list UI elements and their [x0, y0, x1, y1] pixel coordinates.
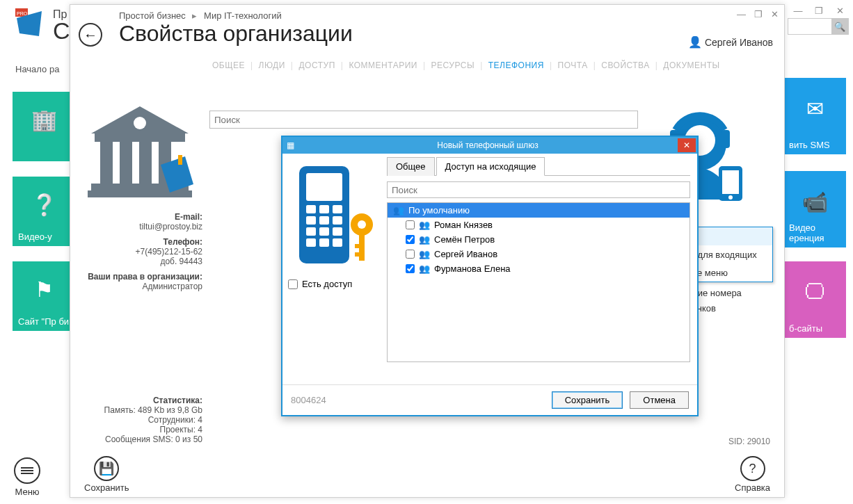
camera-icon: 📹: [802, 190, 828, 214]
svg-rect-18: [722, 170, 739, 194]
svg-rect-31: [306, 238, 316, 247]
tile-video-lessons[interactable]: Видео-у❔: [13, 177, 75, 246]
help-box-icon: ❔: [31, 193, 57, 217]
minimize-icon[interactable]: —: [792, 4, 804, 17]
footer-help-button[interactable]: ? Справка: [735, 456, 770, 493]
org-tab-почта[interactable]: ПОЧТА: [558, 60, 588, 70]
dialog-title: Новый телефонный шлюз: [298, 140, 678, 150]
org-tab-ресурсы[interactable]: РЕСУРСЫ: [431, 60, 475, 70]
current-user[interactable]: 👤Сергей Иванов: [688, 35, 773, 49]
group-icon: 👥: [393, 205, 404, 216]
svg-rect-16: [722, 130, 730, 148]
svg-rect-6: [120, 142, 132, 184]
new-gateway-dialog: ▦ Новый телефонный шлюз ✕: [281, 136, 699, 416]
user-group-default[interactable]: 👥 По умолчанию: [388, 203, 689, 218]
org-sid: SID: 29010: [728, 437, 770, 446]
user-access-list[interactable]: 👥 По умолчанию 👥Роман Князев👥Семён Петро…: [387, 202, 690, 362]
svg-rect-36: [355, 244, 362, 248]
user-checkbox[interactable]: [406, 235, 415, 244]
app-title: Пр С: [53, 8, 70, 40]
svg-rect-23: [319, 205, 329, 213]
svg-rect-5: [100, 142, 113, 184]
dialog-id: 8004624: [291, 395, 326, 405]
telephony-search-input[interactable]: [209, 111, 638, 129]
svg-rect-37: [355, 252, 362, 257]
user-checkbox[interactable]: [406, 264, 415, 273]
save-button[interactable]: Сохранить: [552, 391, 623, 409]
list-item[interactable]: 👥Семён Петров: [388, 232, 689, 247]
hamburger-icon: [14, 457, 40, 484]
tile-video-conf[interactable]: Видео еренция📹: [783, 171, 846, 247]
svg-rect-32: [319, 238, 329, 247]
org-tabs: ОБЩЕЕ|ЛЮДИ|ДОСТУП|КОММЕНТАРИИ|РЕСУРСЫ|ТЕ…: [209, 60, 784, 70]
user-icon: 👤: [688, 36, 702, 48]
list-item[interactable]: 👥Фурманова Елена: [388, 261, 689, 276]
user-checkbox[interactable]: [406, 250, 415, 259]
dialog-close-button[interactable]: ✕: [678, 138, 696, 152]
has-access-input[interactable]: [288, 279, 298, 289]
has-access-checkbox[interactable]: Есть доступ: [288, 279, 381, 289]
tile-sites[interactable]: б-сайты🖵: [783, 261, 846, 338]
user-name: Семён Петров: [434, 234, 495, 245]
dialog-search-input[interactable]: [387, 181, 690, 198]
org-tab-документы[interactable]: ДОКУМЕНТЫ: [663, 60, 719, 70]
org-tab-комментарии[interactable]: КОММЕНТАРИИ: [349, 60, 417, 70]
tile-site[interactable]: Сайт "Пр би⚑: [13, 261, 75, 331]
main-menu-button[interactable]: Меню: [14, 457, 40, 497]
breadcrumb-current: Мир IT-технологий: [204, 10, 282, 21]
org-tab-телефония[interactable]: ТЕЛЕФОНИЯ: [488, 60, 544, 70]
start-label: Начало ра: [15, 64, 59, 74]
dialog-titlebar: ▦ Новый телефонный шлюз ✕: [282, 137, 697, 154]
user-icon: 👥: [419, 220, 430, 230]
svg-point-38: [358, 220, 366, 229]
user-name: Сергей Иванов: [434, 249, 497, 259]
user-icon: 👥: [419, 263, 430, 274]
tab-outgoing-access[interactable]: Доступ на исходящие: [436, 157, 545, 176]
svg-rect-25: [306, 216, 316, 225]
svg-rect-22: [306, 205, 316, 213]
svg-rect-28: [306, 227, 316, 236]
user-checkbox[interactable]: [406, 220, 415, 229]
org-tab-люди[interactable]: ЛЮДИ: [259, 60, 285, 70]
svg-rect-29: [319, 227, 329, 236]
breadcrumb-root[interactable]: Простой бизнес: [119, 10, 186, 21]
global-search[interactable]: 🔍: [788, 18, 849, 35]
svg-rect-33: [333, 238, 342, 247]
org-tab-доступ[interactable]: ДОСТУП: [298, 60, 335, 70]
arrow-left-icon: ←: [83, 27, 97, 43]
bank-illustration-icon: [81, 102, 199, 206]
svg-text:PRO: PRO: [17, 11, 28, 16]
footer-save-button[interactable]: 💾 Сохранить: [84, 456, 129, 493]
app-logo-icon: PRO: [14, 7, 46, 39]
org-tab-общее[interactable]: ОБЩЕЕ: [212, 60, 245, 70]
list-item[interactable]: 👥Сергей Иванов: [388, 247, 689, 261]
close-icon[interactable]: ✕: [834, 4, 846, 17]
user-name: Фурманова Елена: [434, 263, 511, 274]
list-item[interactable]: 👥Роман Князев: [388, 218, 689, 232]
svg-rect-12: [178, 155, 182, 165]
svg-rect-7: [139, 142, 152, 184]
cancel-button[interactable]: Отмена: [630, 391, 689, 409]
search-icon[interactable]: 🔍: [831, 18, 848, 35]
org-tab-свойства[interactable]: СВОЙСТВА: [601, 60, 649, 70]
org-info-panel: E-mail: tiltui@prostoy.biz Телефон: +7(4…: [77, 102, 202, 444]
svg-rect-21: [306, 173, 342, 201]
tile-send-sms[interactable]: вить SMS✉: [783, 78, 846, 154]
tile-unknown-1[interactable]: 🏢: [13, 92, 75, 161]
svg-rect-27: [333, 216, 342, 225]
page-title: Свойства организации: [119, 21, 774, 47]
breadcrumb: Простой бизнес ▸ Мир IT-технологий: [119, 10, 774, 21]
maximize-icon[interactable]: ❐: [813, 4, 825, 17]
back-button[interactable]: ←: [79, 23, 102, 47]
monitor-icon: 🖵: [804, 280, 825, 304]
svg-rect-4: [95, 133, 185, 142]
user-icon: 👥: [419, 249, 430, 259]
svg-rect-26: [319, 216, 329, 225]
sms-icon: ✉: [806, 97, 824, 121]
svg-point-3: [134, 117, 146, 129]
dialog-tabs: Общее Доступ на исходящие: [387, 156, 690, 176]
dialog-icon: ▦: [282, 140, 298, 150]
tab-general[interactable]: Общее: [387, 157, 435, 176]
svg-rect-30: [333, 227, 342, 236]
svg-rect-10: [88, 190, 192, 197]
